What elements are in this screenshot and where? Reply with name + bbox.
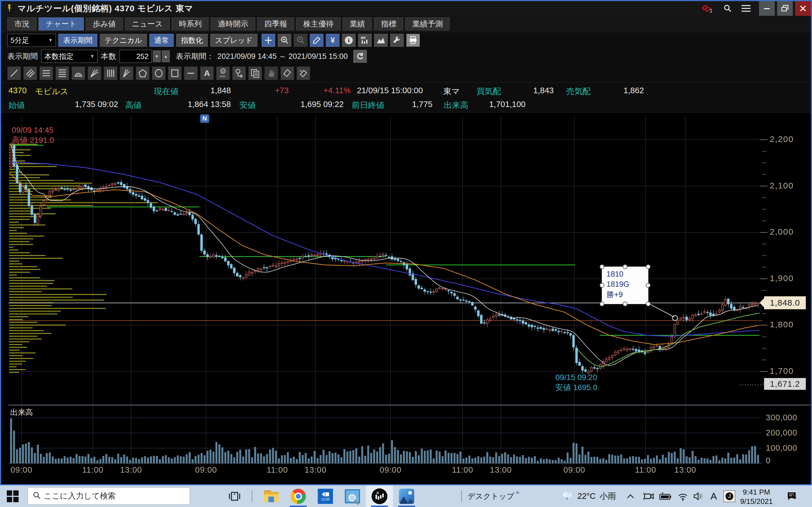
ime-language-icon[interactable]: J [723, 485, 735, 507]
chart-area[interactable]: 09/09 14:45 高値 2191.0 N 09/15 09:20 安値 1… [1, 113, 811, 485]
eraser-icon[interactable] [281, 66, 294, 80]
tab-disclosure[interactable]: 適時開示 [211, 17, 255, 31]
spread-button[interactable]: スプレッド [210, 34, 257, 47]
parallel-channel-icon[interactable] [23, 66, 37, 80]
bar-count-input[interactable]: 252 [119, 50, 152, 63]
tab-earnings[interactable]: 業績 [343, 17, 372, 31]
svg-text:MY: MY [361, 36, 366, 40]
callout-handle[interactable] [623, 302, 627, 306]
callout-handle[interactable] [600, 302, 605, 306]
close-button[interactable] [795, 1, 811, 16]
zoom-out-icon[interactable] [294, 34, 307, 47]
wrench-icon[interactable] [390, 34, 404, 47]
technical-button[interactable]: テクニカル [100, 34, 147, 47]
fan-lines-icon[interactable] [88, 66, 101, 80]
copy-object-icon[interactable] [248, 66, 262, 80]
callout-handle[interactable] [646, 265, 651, 269]
volume-tray-icon[interactable] [693, 485, 705, 507]
normal-button[interactable]: 通常 [149, 34, 174, 47]
interval-value: 5分足 [10, 36, 29, 45]
search-icon[interactable] [719, 1, 735, 16]
running-indicator [398, 506, 415, 507]
grid-lines-3-icon[interactable] [40, 66, 53, 80]
time-axis-label: 11:00 [258, 465, 297, 474]
pointer-return-icon[interactable] [232, 66, 246, 80]
rain-cloud-icon [561, 490, 573, 503]
ask-label: 売気配 [566, 86, 591, 97]
title-bar[interactable]: マルチツール(個別銘柄) 4370 モビルス 東マ 1 [1, 1, 811, 16]
tab-ticks[interactable]: 歩み値 [86, 17, 123, 31]
interval-dropdown[interactable]: 5分足 ▼ [7, 34, 56, 47]
ime-mode-indicator[interactable]: A [711, 485, 717, 507]
pentagon-icon[interactable] [136, 66, 149, 80]
callout-handle[interactable] [646, 302, 651, 306]
period-mode-dropdown[interactable]: 本数指定 ▼ [41, 50, 98, 63]
restore-button[interactable] [777, 1, 793, 16]
tab-news[interactable]: ニュース [125, 17, 170, 31]
file-explorer-icon[interactable] [258, 485, 285, 507]
trend-line-icon[interactable] [7, 66, 21, 80]
taskbar-clock[interactable]: 9:41 PM 9/15/2021 [735, 488, 777, 506]
zoom-in-icon[interactable] [278, 34, 291, 47]
horizontal-line-icon[interactable] [184, 66, 198, 80]
grid-lines-4-icon[interactable] [56, 66, 69, 80]
pitchfork-icon[interactable] [120, 66, 133, 80]
media-app-icon[interactable]: 12:00 [312, 485, 339, 507]
my-indicator-icon[interactable]: MY [358, 34, 371, 47]
callout-handle[interactable] [646, 283, 651, 288]
vertical-grid-icon[interactable] [104, 66, 117, 80]
yen-icon[interactable]: ¥ [326, 34, 340, 47]
price-change: +73 [263, 86, 289, 95]
link-group-icon[interactable]: 1 [699, 1, 715, 16]
action-center-icon[interactable] [786, 485, 798, 507]
desktop-toolbar[interactable]: デスクトップ » [467, 485, 518, 507]
tab-forecast[interactable]: 業績予測 [405, 17, 450, 31]
callout-handle[interactable] [600, 283, 605, 288]
photos-app-icon[interactable] [393, 485, 420, 507]
menu-icon[interactable] [738, 1, 754, 16]
news-marker[interactable]: N [200, 114, 209, 123]
hand-icon[interactable] [264, 66, 278, 80]
tab-market[interactable]: 市況 [7, 17, 37, 31]
wifi-tray-icon[interactable] [677, 485, 689, 507]
icon-stamp-icon[interactable]: icon [216, 66, 230, 80]
drawing-toolbar: AiconA [1, 64, 811, 82]
start-button[interactable] [7, 485, 18, 507]
chevron-down-icon: ▼ [44, 38, 53, 43]
task-view-icon[interactable] [229, 485, 240, 507]
weather-widget[interactable]: 22°C 小雨 [561, 485, 616, 507]
hidden-icons-chevron[interactable] [626, 485, 635, 507]
eraser-all-icon[interactable]: A [297, 66, 310, 80]
pencil-icon[interactable] [310, 34, 323, 47]
snip-tool-icon[interactable] [339, 485, 366, 507]
callout-handle[interactable] [600, 265, 605, 269]
tab-timeseries[interactable]: 時系列 [172, 17, 209, 31]
callout-handle[interactable] [623, 265, 627, 269]
printer-icon[interactable] [406, 34, 420, 47]
indexed-button[interactable]: 指数化 [176, 34, 208, 47]
crosshair-icon[interactable] [262, 34, 275, 47]
low-price-badge: 1,671.2 [764, 378, 806, 390]
time-axis-label: 13:00 [296, 465, 335, 474]
trade-note-callout[interactable]: 1810 1819G 勝+9 [602, 267, 649, 304]
text-icon[interactable]: A [200, 66, 214, 80]
display-period-button[interactable]: 表示期間 [58, 34, 97, 47]
fibonacci-arcs-icon[interactable] [71, 66, 85, 80]
tab-chart[interactable]: チャート [39, 17, 84, 31]
marketspeed-app-icon[interactable]: R [366, 485, 393, 507]
info-icon[interactable]: i [342, 34, 356, 47]
ellipse-icon[interactable] [152, 66, 165, 80]
area-icon[interactable] [374, 34, 388, 47]
chrome-icon[interactable] [285, 485, 312, 507]
camera-tray-icon[interactable] [644, 485, 654, 507]
tab-indicators[interactable]: 指標 [374, 17, 403, 31]
overflow-chevron-icon[interactable]: » [516, 489, 519, 496]
tab-benefit[interactable]: 株主優待 [296, 17, 341, 31]
count-decrement-button[interactable]: ▼ [153, 50, 161, 62]
minimize-button[interactable] [759, 1, 775, 16]
taskbar-search-input[interactable]: ここに入力して検索 [28, 487, 190, 505]
reset-period-icon[interactable] [353, 50, 367, 63]
rectangle-icon[interactable] [168, 66, 182, 80]
count-increment-button[interactable]: ▲ [162, 50, 170, 62]
tab-shikiho[interactable]: 四季報 [257, 17, 294, 31]
